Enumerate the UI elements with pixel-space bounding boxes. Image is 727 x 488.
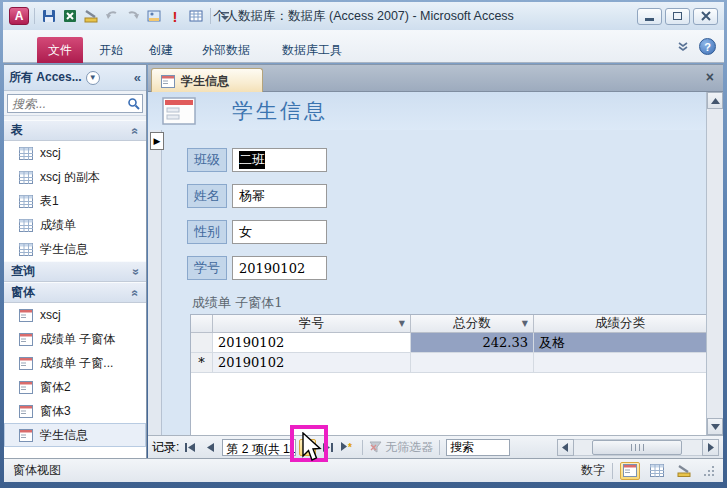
run-exclamation-icon[interactable]: ! — [166, 7, 184, 25]
subform-datasheet: 学号 ▼ 总分数 ▼ 成绩分类 20190102 242.33 及格 — [190, 314, 706, 435]
ribbon-tab-bar: 文件 开始 创建 外部数据 数据库工具 ? — [3, 30, 724, 63]
form-view-button[interactable] — [620, 462, 640, 480]
navigation-pane: 所有 Acces... ▼ « 表 « xscj xscj 的副本 表1 成绩单 — [4, 64, 147, 458]
cell-student-id[interactable]: 20190102 — [213, 333, 411, 353]
filter-icon — [369, 441, 382, 453]
row-selector[interactable] — [191, 333, 213, 353]
dropdown-arrow-icon[interactable]: ▼ — [522, 319, 528, 328]
item-label: 学生信息 — [40, 427, 88, 444]
nav-pane-collapse-icon[interactable]: « — [134, 70, 141, 85]
no-filter-button[interactable]: 无筛选器 — [369, 439, 433, 456]
redo-icon[interactable] — [124, 7, 142, 25]
cell-total-score[interactable] — [411, 353, 534, 373]
scrollbar-thumb[interactable] — [592, 440, 682, 455]
save-icon[interactable] — [40, 7, 58, 25]
search-icon[interactable] — [127, 97, 140, 110]
gender-field-label: 性别 — [187, 220, 227, 244]
item-label: 窗体3 — [40, 403, 71, 420]
new-record-button[interactable]: * — [339, 439, 356, 456]
design-tools-icon[interactable] — [82, 7, 100, 25]
cell-score-category[interactable]: 及格 — [534, 333, 706, 353]
student-id-field-label: 学号 — [187, 256, 227, 280]
first-record-button[interactable] — [182, 439, 199, 456]
scroll-right-button[interactable] — [702, 439, 719, 456]
group-header-forms[interactable]: 窗体 « — [4, 282, 146, 303]
scroll-left-button[interactable] — [557, 439, 574, 456]
undo-icon[interactable] — [103, 7, 121, 25]
qat-customize-dropdown-icon[interactable] — [216, 7, 234, 25]
close-button[interactable] — [693, 8, 718, 25]
datasheet-icon[interactable] — [187, 7, 205, 25]
nav-pane-header[interactable]: 所有 Acces... ▼ « — [4, 65, 146, 91]
vertical-scrollbar[interactable] — [706, 92, 723, 435]
column-header-total-score[interactable]: 总分数 ▼ — [411, 315, 534, 333]
design-view-button[interactable] — [674, 462, 694, 480]
help-icon[interactable]: ? — [699, 38, 716, 55]
sidebar-item-table-xscj-copy[interactable]: xscj 的副本 — [4, 165, 146, 189]
sidebar-item-table-xueshengxinxi[interactable]: 学生信息 — [4, 237, 146, 261]
sidebar-item-form-xueshengxinxi[interactable]: 学生信息 — [4, 423, 146, 447]
document-tab-xueshengxinxi[interactable]: 学生信息 — [151, 68, 263, 93]
table-row: 20190102 242.33 及格 — [191, 333, 706, 353]
name-field-input[interactable]: 杨幂 — [232, 184, 327, 208]
sidebar-item-table-chengjidan[interactable]: 成绩单 — [4, 213, 146, 237]
switchboard-icon[interactable] — [145, 7, 163, 25]
minimize-button[interactable] — [637, 8, 662, 25]
datasheet-view-button[interactable] — [647, 462, 667, 480]
field-row-student-id: 学号 20190102 — [187, 256, 327, 280]
table-row-new: * 20190102 — [191, 353, 706, 373]
chevron-up-icon: « — [129, 127, 143, 134]
column-header-score-category[interactable]: 成绩分类 — [534, 315, 706, 333]
tab-home[interactable]: 开始 — [89, 37, 133, 63]
sidebar-item-form-chengjidan-subform2[interactable]: 成绩单 子窗... — [4, 351, 146, 375]
scroll-down-button[interactable] — [707, 418, 723, 435]
column-label: 总分数 — [453, 315, 491, 332]
restore-button[interactable] — [665, 8, 690, 25]
cell-total-score[interactable]: 242.33 — [411, 333, 534, 353]
gender-field-input[interactable]: 女 — [232, 220, 327, 244]
record-position-box[interactable]: 第 2 项(共 11 项 — [222, 439, 296, 456]
sidebar-item-table-biao1[interactable]: 表1 — [4, 189, 146, 213]
datasheet-corner-cell[interactable] — [191, 315, 213, 333]
class-field-input[interactable]: 二班 — [232, 148, 327, 172]
sidebar-item-form-chengjidan-subform[interactable]: 成绩单 子窗体 — [4, 327, 146, 351]
group-header-tables[interactable]: 表 « — [4, 120, 146, 141]
column-header-student-id[interactable]: 学号 ▼ — [213, 315, 411, 333]
dropdown-arrow-icon[interactable]: ▼ — [399, 319, 405, 328]
datasheet-header-row: 学号 ▼ 总分数 ▼ 成绩分类 — [191, 315, 706, 333]
sidebar-item-form-chuangti3[interactable]: 窗体3 — [4, 399, 146, 423]
selected-text: 二班 — [239, 151, 265, 169]
name-field-label: 姓名 — [187, 184, 227, 208]
nav-search-input[interactable] — [7, 94, 143, 113]
sidebar-item-table-xscj[interactable]: xscj — [4, 141, 146, 165]
subform-label: 成绩单 子窗体1 — [192, 294, 282, 312]
tab-external-data[interactable]: 外部数据 — [191, 37, 261, 63]
access-logo-icon[interactable]: A — [9, 7, 29, 25]
item-label: 成绩单 子窗... — [40, 355, 113, 372]
item-label: 成绩单 — [40, 217, 76, 234]
new-record-marker[interactable]: * — [191, 353, 213, 373]
divider — [34, 8, 35, 24]
scrollbar-track[interactable] — [574, 439, 702, 456]
export-excel-icon[interactable] — [61, 7, 79, 25]
record-search-input[interactable] — [446, 439, 510, 456]
divider — [439, 440, 440, 455]
scroll-up-button[interactable] — [707, 92, 723, 109]
previous-record-button[interactable] — [202, 439, 219, 456]
sidebar-item-form-xscj[interactable]: xscj — [4, 303, 146, 327]
tab-file[interactable]: 文件 — [37, 37, 83, 63]
ribbon-collapse-icon[interactable] — [677, 41, 689, 53]
nav-pane-menu-icon[interactable]: ▼ — [86, 71, 100, 85]
group-header-queries[interactable]: 查询 « — [4, 261, 146, 282]
sidebar-item-form-chuangti2[interactable]: 窗体2 — [4, 375, 146, 399]
form-view: 学生信息 ▶ 班级 二班 姓名 杨幂 性别 女 学号 20190102 成绩单 … — [148, 92, 706, 435]
quick-access-toolbar: A ! — [3, 7, 234, 25]
divider — [612, 463, 613, 479]
tab-create[interactable]: 创建 — [139, 37, 183, 63]
cell-student-id[interactable]: 20190102 — [213, 353, 411, 373]
student-id-field-input[interactable]: 20190102 — [232, 256, 327, 280]
tab-database-tools[interactable]: 数据库工具 — [269, 37, 355, 63]
cell-score-category[interactable] — [534, 353, 706, 373]
resize-grip[interactable] — [704, 466, 714, 476]
document-close-icon[interactable]: × — [706, 69, 714, 85]
